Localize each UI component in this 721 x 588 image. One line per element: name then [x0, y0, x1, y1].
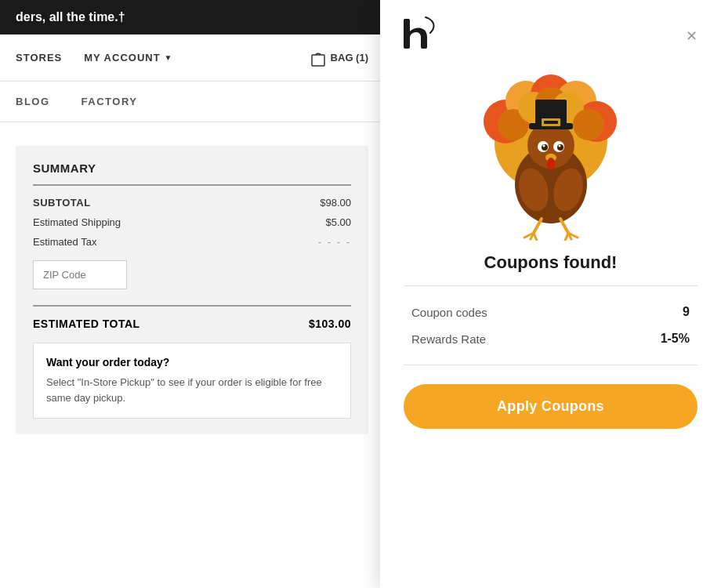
coupon-codes-value: 9 [683, 305, 690, 319]
apply-coupons-button[interactable]: Apply Coupons [404, 384, 697, 429]
coupon-codes-label: Coupon codes [411, 306, 487, 319]
top-banner: ders, all the time.† [0, 0, 384, 34]
subtotal-row: SUBTOTAL $98.00 [33, 197, 351, 209]
bag-icon [310, 49, 326, 67]
tax-row: Estimated Tax - - - - [33, 236, 351, 248]
svg-rect-17 [544, 121, 558, 124]
order-today-title: Want your order today? [46, 356, 338, 368]
svg-line-28 [534, 219, 542, 233]
turkey-svg [473, 68, 629, 241]
summary-divider [33, 305, 351, 307]
svg-line-32 [560, 219, 568, 233]
total-label: ESTIMATED TOTAL [33, 318, 140, 330]
svg-point-23 [558, 145, 560, 147]
honey-popup: ✕ [380, 0, 721, 588]
nav-account-label: MY ACCOUNT [84, 52, 160, 64]
nav-bar: STORES MY ACCOUNT ▼ BAG (1) [0, 34, 384, 82]
order-today-text: Select "In-Store Pickup" to see if your … [46, 375, 338, 405]
summary-title: SUMMARY [33, 162, 351, 186]
nav-stores[interactable]: STORES [16, 52, 62, 64]
popup-header: ✕ [404, 16, 697, 56]
svg-rect-0 [312, 55, 324, 66]
svg-point-25 [547, 158, 555, 170]
rewards-row: Rewards Rate 1-5% [404, 325, 697, 352]
shipping-value: $5.00 [325, 216, 351, 228]
close-button[interactable]: ✕ [686, 29, 697, 43]
rewards-value: 1-5% [661, 332, 690, 346]
honey-h-icon [404, 16, 435, 50]
order-today-box: Want your order today? Select "In-Store … [33, 343, 351, 419]
estimated-total-row: ESTIMATED TOTAL $103.00 [33, 318, 351, 330]
svg-line-35 [565, 233, 568, 241]
shipping-label: Estimated Shipping [33, 216, 121, 228]
svg-point-22 [542, 145, 545, 147]
store-page: ders, all the time.† STORES MY ACCOUNT ▼… [0, 0, 384, 588]
subnav-factory[interactable]: FACTORY [82, 96, 138, 107]
subtotal-value: $98.00 [320, 197, 351, 209]
nav-account[interactable]: MY ACCOUNT ▼ [84, 52, 172, 64]
summary-box: SUMMARY SUBTOTAL $98.00 Estimated Shippi… [16, 146, 368, 434]
tax-label: Estimated Tax [33, 236, 96, 248]
nav-bag[interactable]: BAG (1) [310, 49, 368, 67]
sub-nav: BLOG FACTORY [0, 82, 384, 122]
shipping-row: Estimated Shipping $5.00 [33, 216, 351, 228]
svg-point-11 [573, 109, 604, 140]
chevron-down-icon: ▼ [165, 53, 173, 62]
svg-line-31 [534, 233, 537, 241]
total-value: $103.00 [309, 318, 351, 330]
turkey-illustration [473, 68, 629, 241]
banner-text: ders, all the time.† [16, 10, 125, 24]
coupon-codes-row: Coupon codes 9 [404, 299, 697, 325]
nav-bag-label: BAG (1) [331, 52, 368, 64]
coupons-found-title: Coupons found! [484, 252, 618, 273]
zip-input[interactable] [33, 260, 127, 289]
coupon-info-box: Coupon codes 9 Rewards Rate 1-5% [404, 285, 697, 365]
subtotal-label: SUBTOTAL [33, 197, 91, 209]
honey-logo [404, 16, 435, 56]
tax-value: - - - - [318, 236, 351, 248]
subnav-blog[interactable]: BLOG [16, 96, 50, 107]
rewards-label: Rewards Rate [411, 332, 486, 346]
